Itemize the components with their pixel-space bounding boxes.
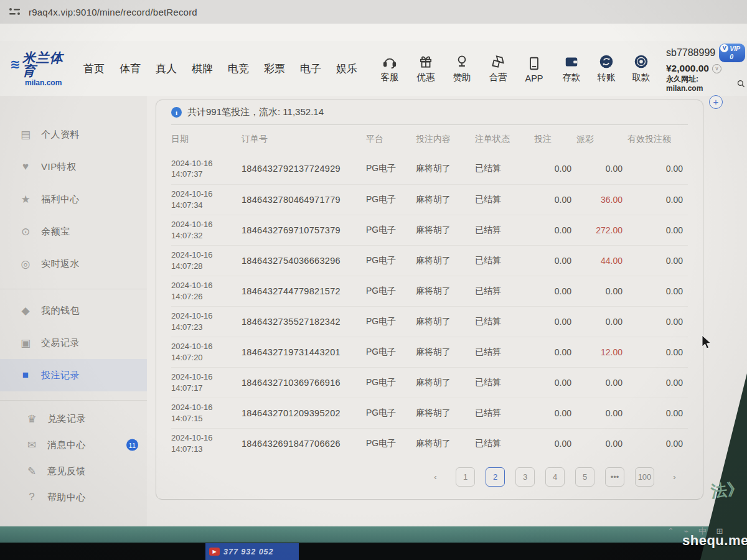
- payout-amount: 0.00: [576, 428, 627, 459]
- table-row: 2024-10-16 14:07:34 1846432780464971779 …: [171, 184, 688, 215]
- valid-bet-amount: 0.00: [627, 306, 688, 337]
- unread-badge: 11: [126, 439, 138, 451]
- sidebar-item-label: 消息中心: [47, 439, 86, 451]
- rebate-icon: ◎: [19, 258, 32, 271]
- summary-bar: i 共计991笔投注，流水: 11,352.14: [171, 100, 688, 125]
- nav-item[interactable]: 娱乐: [336, 62, 357, 76]
- bet-status: 已结算: [475, 428, 534, 459]
- order-number: 1846432769710757379: [242, 215, 366, 245]
- search-icon[interactable]: [737, 80, 745, 88]
- platform: PG电子: [366, 337, 416, 367]
- url-text[interactable]: r9aq4x.vip:9010/mine/record/betRecord: [29, 7, 197, 17]
- profile-icon: ▤: [19, 128, 32, 141]
- table-row: 2024-10-16 14:07:13 1846432691847706626 …: [171, 428, 688, 459]
- sidebar-item[interactable]: ▣ 交易记录: [0, 327, 147, 359]
- screen-bottom-edge: [0, 526, 747, 543]
- sidebar-item[interactable]: ✉ 消息中心 11: [0, 432, 147, 458]
- sidebar-item-label: 福利中心: [41, 194, 80, 205]
- payout-amount: 0.00: [576, 306, 627, 337]
- bet-content: 麻将胡了: [416, 154, 475, 184]
- sponsor-button[interactable]: 赞助: [448, 54, 476, 83]
- payout-amount: 0.00: [576, 154, 627, 184]
- sidebar-item[interactable]: ♛ 兑奖记录: [0, 406, 147, 432]
- page-number-button[interactable]: 100: [635, 467, 654, 487]
- logo-wave-icon: ≋: [10, 58, 21, 70]
- prev-page-button[interactable]: ‹: [426, 467, 445, 487]
- mouse-cursor: [701, 335, 712, 350]
- bet-status: 已结算: [475, 245, 534, 276]
- page-number-button[interactable]: 2: [486, 467, 505, 487]
- bet-time: 14:07:17: [171, 383, 242, 394]
- nav-item[interactable]: 首页: [83, 62, 105, 76]
- sidebar-item-label: 兑奖记录: [47, 413, 86, 425]
- bet-time: 14:07:34: [171, 200, 242, 211]
- payout-amount: 272.00: [576, 215, 627, 245]
- bet-status: 已结算: [475, 276, 534, 306]
- next-page-button[interactable]: ›: [665, 467, 684, 487]
- sidebar-item[interactable]: ⊙ 余额宝: [0, 215, 147, 248]
- logo-domain: milan.com: [25, 79, 67, 86]
- balance: ¥2,000.00: [666, 62, 709, 74]
- bet-amount: 0.00: [534, 306, 576, 337]
- table-header-row: 日期 订单号 平台 投注内容 注单状态 投注 派彩: [171, 125, 688, 154]
- sidebar-item-label: 个人资料: [41, 129, 80, 141]
- transfer-button[interactable]: 转账: [593, 54, 620, 83]
- platform: PG电子: [366, 245, 416, 276]
- vip-badge: VIP 0: [719, 44, 745, 62]
- platform: PG电子: [366, 306, 416, 337]
- browser-url-bar[interactable]: r9aq4x.vip:9010/mine/record/betRecord: [0, 0, 747, 24]
- sidebar-item[interactable]: ? 帮助中心: [0, 484, 147, 510]
- page-number-button[interactable]: 4: [545, 467, 565, 487]
- bet-date: 2024-10-16: [171, 280, 242, 291]
- sidebar-item[interactable]: ♥ VIP特权: [0, 151, 147, 183]
- bet-status: 已结算: [475, 367, 534, 398]
- welfare-icon: ★: [19, 193, 32, 206]
- deposit-button[interactable]: 存款: [558, 54, 585, 83]
- partnership-button[interactable]: 合营: [484, 54, 512, 83]
- sidebar-item[interactable]: ✎ 意见反馈: [0, 458, 147, 484]
- page-number-button[interactable]: •••: [605, 467, 624, 487]
- help-icon: ?: [25, 491, 39, 503]
- app-download-button[interactable]: APP: [520, 55, 548, 83]
- sidebar-item[interactable]: ◎ 实时返水: [0, 248, 147, 280]
- payout-amount: 0.00: [576, 276, 627, 306]
- yuebao-icon: ⊙: [19, 225, 32, 238]
- bet-content: 麻将胡了: [416, 276, 475, 306]
- bet-amount: 0.00: [534, 428, 576, 459]
- gift-icon: [418, 54, 434, 70]
- user-info: sb7788999 VIP 0 ¥2,000.00 ∨ 永久网址: milan.…: [666, 44, 745, 93]
- column-header: 日期: [171, 125, 242, 154]
- sidebar-item[interactable]: ◆ 我的钱包: [0, 294, 147, 327]
- page-number-button[interactable]: 5: [575, 467, 594, 487]
- nav-item[interactable]: 彩票: [264, 62, 285, 76]
- order-number: 1846432744779821572: [242, 276, 366, 306]
- site-logo[interactable]: ≋ 米兰体育 milan.com: [10, 51, 67, 86]
- valid-bet-amount: 0.00: [627, 184, 688, 215]
- bet-content: 麻将胡了: [416, 367, 475, 398]
- expand-plus-button[interactable]: +: [709, 95, 723, 109]
- order-number: 1846432792137724929: [242, 154, 366, 184]
- withdraw-button[interactable]: 取款: [627, 54, 655, 83]
- vip-icon: ♥: [19, 161, 32, 173]
- sidebar-item[interactable]: ■ 投注记录: [0, 359, 147, 391]
- sidebar-item-label: 余额宝: [41, 226, 70, 238]
- page-number-button[interactable]: 1: [456, 467, 475, 487]
- sidebar-item[interactable]: ▤ 个人资料: [0, 118, 147, 151]
- nav-item[interactable]: 体育: [120, 62, 141, 76]
- promotions-button[interactable]: 优惠: [412, 54, 439, 83]
- payout-amount: 0.00: [576, 398, 627, 428]
- sidebar-item[interactable]: ★ 福利中心: [0, 183, 147, 215]
- nav-item[interactable]: 棋牌: [192, 62, 213, 76]
- nav-item[interactable]: 电子: [300, 62, 321, 76]
- payout-amount: 44.00: [576, 245, 627, 276]
- bet-time: 14:07:26: [171, 291, 242, 302]
- nav-item[interactable]: 真人: [156, 62, 177, 76]
- customer-service-button[interactable]: 客服: [376, 54, 403, 83]
- feedback-icon: ✎: [25, 465, 39, 478]
- page-number-button[interactable]: 3: [515, 467, 535, 487]
- nav-item[interactable]: 电竞: [228, 62, 249, 76]
- header-quick-actions: 客服 优惠 赞助 合营 APP: [376, 54, 548, 83]
- balance-dropdown-icon[interactable]: ∨: [712, 64, 721, 73]
- table-row: 2024-10-16 14:07:23 1846432735527182342 …: [171, 306, 688, 337]
- main-nav: 首页 体育 真人 棋牌 电竞 彩票 电子 娱乐: [83, 62, 357, 76]
